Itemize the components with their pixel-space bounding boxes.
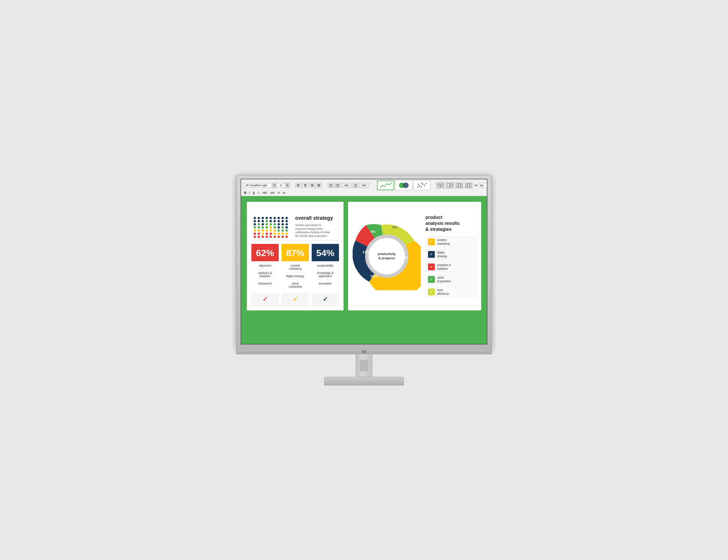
align-center-btn[interactable] — [302, 183, 308, 188]
font-color-btn[interactable]: A — [257, 191, 260, 195]
dot-chart: overall strategy Iterative approaches to… — [251, 206, 339, 241]
slide-area: overall strategy Iterative approaches to… — [247, 202, 481, 310]
font-selector: HP Simplified Light ▼ 12 ▼ — [243, 183, 289, 188]
dot — [262, 233, 264, 235]
legend-label-work: workefficiency — [437, 288, 449, 295]
outdent-btn[interactable] — [352, 183, 358, 188]
dot — [274, 233, 276, 235]
donut-line1: productivity — [378, 252, 396, 255]
svg-rect-40 — [450, 183, 453, 185]
dot — [270, 230, 272, 232]
dot — [262, 220, 264, 222]
indent-increase-btn[interactable] — [334, 183, 341, 188]
card-sustainability-item-3: innovation — [315, 282, 336, 287]
dot — [282, 223, 284, 226]
card-sustainability-percent: 54% — [315, 248, 336, 259]
align-justify-btn[interactable] — [316, 183, 322, 188]
dot — [262, 223, 264, 226]
font-name-box[interactable]: HP Simplified Light — [243, 183, 272, 188]
legend-item-content: ✓ contentmarketing — [425, 237, 477, 247]
bold-btn[interactable]: B — [243, 191, 247, 195]
underline-btn[interactable]: A — [252, 191, 256, 195]
font-dropdown-arrow[interactable]: ▼ — [272, 183, 276, 188]
dot — [270, 217, 272, 219]
layout-btn-3[interactable] — [455, 182, 464, 189]
monitor-screen: HP Simplified Light ▼ 12 ▼ — [241, 179, 487, 344]
dot — [286, 217, 288, 219]
width-input[interactable]: 0pt — [479, 183, 487, 188]
svg-rect-44 — [461, 183, 462, 187]
dot — [270, 236, 272, 238]
circle-preview-btn[interactable] — [395, 181, 412, 190]
dot — [254, 217, 256, 219]
legend-title: productanalysis results& strategies — [425, 215, 477, 232]
card-alignment-item-2: statistics &analytics — [255, 272, 275, 280]
dot-col-9 — [286, 217, 288, 238]
dot — [262, 226, 264, 229]
legend-item-digital: ✓ digitalstrategy — [425, 249, 477, 260]
overall-strategy: overall strategy Iterative approaches to… — [293, 215, 335, 238]
legend-check-work: ✓ — [428, 288, 435, 295]
indent-decrease-btn[interactable] — [328, 183, 334, 188]
card-sustainability-header: 54% — [312, 244, 339, 261]
dot — [282, 236, 284, 238]
abc-lower-btn[interactable]: abc — [270, 191, 276, 195]
svg-rect-46 — [468, 183, 469, 187]
card-content-item-1: contentmarketing — [285, 264, 305, 272]
width-group: W: 0pt — [475, 183, 487, 188]
toolbar: HP Simplified Light ▼ 12 ▼ — [241, 179, 487, 196]
strategy-title-text: overall strategy Iterative approaches to… — [295, 215, 333, 238]
dot — [286, 236, 288, 238]
dot-col-2 — [258, 217, 260, 238]
superscript-btn[interactable]: A² — [276, 191, 281, 195]
svg-rect-39 — [447, 183, 450, 187]
card-content-header: 87% — [282, 244, 309, 261]
legend-label-value: valueproposition — [437, 276, 451, 283]
card-content-item-3: cloud computing — [285, 282, 305, 290]
dot — [266, 217, 268, 219]
align-left-btn[interactable] — [295, 183, 301, 188]
layout-btn-4[interactable] — [464, 182, 473, 189]
strategy-title: overall strategy — [295, 215, 333, 222]
svg-point-30 — [421, 186, 422, 187]
svg-marker-16 — [329, 185, 330, 185]
card-alignment-item-3: framework — [255, 282, 275, 287]
abc-btn[interactable]: ABC — [261, 191, 268, 195]
card-alignment-item-1: alignment — [255, 264, 275, 269]
subscript-btn[interactable]: A₂ — [282, 191, 286, 195]
stand-base — [324, 377, 404, 385]
left-slide: overall strategy Iterative approaches to… — [247, 202, 344, 310]
card-content-body: contentmarketing digital strategy cloud … — [282, 261, 309, 293]
dot — [286, 226, 288, 229]
layout-btn-1[interactable] — [436, 182, 445, 189]
size-dropdown-arrow[interactable]: ▼ — [286, 183, 289, 188]
hp-logo: hp — [361, 349, 366, 354]
monitor-chin: hp — [236, 349, 492, 354]
svg-rect-36 — [438, 183, 443, 185]
italic-btn[interactable]: I — [248, 191, 251, 195]
dot — [254, 223, 256, 226]
dot — [286, 220, 288, 222]
legend-item-analytics: ✓ analytics &statistics — [425, 262, 477, 272]
dot — [266, 236, 268, 238]
indent-opt-btn[interactable]: Opt — [341, 183, 351, 188]
donut-line2: & progress — [379, 257, 395, 260]
align-group — [295, 183, 322, 188]
dot — [270, 226, 272, 229]
outdent-opt-btn[interactable]: Opt — [359, 183, 369, 188]
svg-point-35 — [418, 184, 419, 185]
scatter-preview-btn[interactable] — [413, 181, 431, 190]
line-chart-preview-btn[interactable] — [377, 181, 394, 190]
svg-point-29 — [419, 185, 420, 187]
toolbar-row1: HP Simplified Light ▼ 12 ▼ — [243, 181, 485, 190]
legend-label-content: contentmarketing — [437, 238, 450, 246]
align-right-btn[interactable] — [309, 183, 315, 188]
card-content-percent: 87% — [285, 248, 305, 259]
font-size-box[interactable]: 12 — [277, 183, 285, 188]
svg-text:18%: 18% — [370, 274, 378, 278]
dot — [278, 217, 280, 219]
dot — [274, 220, 276, 222]
right-slide: 56% 18% 13% 8% 5% productivity & progres… — [348, 202, 481, 310]
dot — [258, 226, 260, 229]
layout-btn-2[interactable] — [446, 182, 454, 189]
